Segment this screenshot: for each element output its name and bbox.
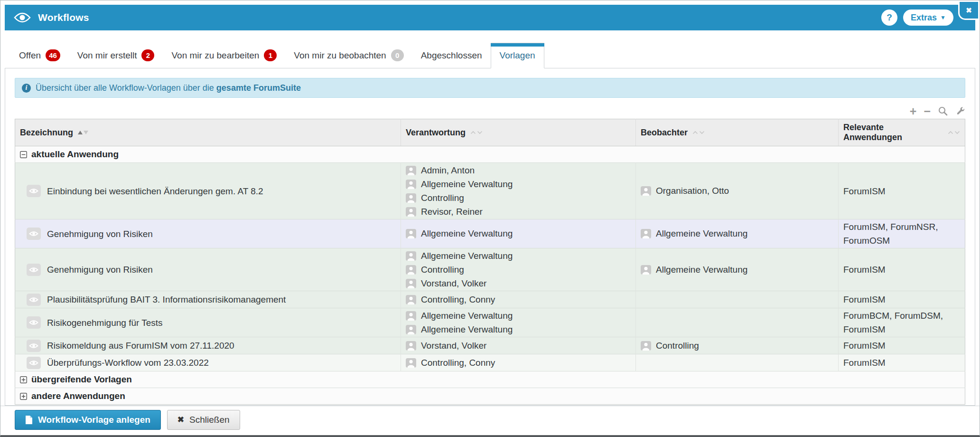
tab-vorlagen[interactable]: Vorlagen xyxy=(491,43,544,68)
tab-von-mir-erstellt[interactable]: Von mir erstellt 2 xyxy=(69,43,163,68)
table-row[interactable]: Risikomeldung aus ForumISM vom 27.11.202… xyxy=(15,337,965,354)
person-name: Allgemeine Verwaltung xyxy=(421,311,513,321)
person-name: Vorstand, Volker xyxy=(421,278,486,289)
relevant-apps-cell: ForumISM xyxy=(839,248,965,291)
tab-offen[interactable]: Offen 46 xyxy=(10,43,69,68)
column-label: Beobachter xyxy=(641,128,688,138)
responsible-cell: Controlling, Conny xyxy=(401,291,636,308)
person-entry: Controlling xyxy=(406,191,631,205)
column-header-beobachter[interactable]: Beobachter xyxy=(636,119,839,146)
person-entry: Revisor, Reiner xyxy=(406,205,631,218)
person-name: Allgemeine Verwaltung xyxy=(421,251,513,261)
collapse-icon[interactable] xyxy=(20,151,27,158)
settings-button[interactable] xyxy=(955,106,965,116)
template-name: Genehmigung von Risiken xyxy=(47,227,153,241)
table-row[interactable]: Genehmigung von RisikenAllgemeine Verwal… xyxy=(15,219,965,248)
person-icon xyxy=(406,207,416,217)
column-header-relevante-anwendungen[interactable]: Relevante Anwendungen xyxy=(839,119,965,146)
person-entry: Allgemeine Verwaltung xyxy=(406,323,631,336)
observers-cell: Allgemeine Verwaltung xyxy=(636,248,839,291)
person-icon xyxy=(406,295,416,304)
column-header-bezeichnung[interactable]: Bezeichnung xyxy=(15,119,401,146)
group-row-andere-anwendungen[interactable]: andere Anwendungen xyxy=(15,388,965,405)
wrench-icon xyxy=(955,106,965,116)
person-entry: Allgemeine Verwaltung xyxy=(406,309,631,323)
person-icon xyxy=(641,341,651,351)
relevant-apps: ForumISM xyxy=(843,358,886,368)
info-icon: i xyxy=(22,84,31,93)
person-entry: Allgemeine Verwaltung xyxy=(641,227,833,241)
relevant-apps: ForumISM xyxy=(843,265,886,275)
help-button[interactable]: ? xyxy=(881,10,897,26)
person-icon xyxy=(406,251,416,261)
person-icon xyxy=(641,229,651,238)
responsible-cell: Admin, AntonAllgemeine VerwaltungControl… xyxy=(401,163,636,219)
expand-icon[interactable] xyxy=(20,376,27,383)
tab-content-panel: i Übersicht über alle Workflow-Vorlagen … xyxy=(5,68,975,406)
person-icon xyxy=(406,279,416,288)
titlebar: Workflows ? Extras ▼ xyxy=(5,5,975,30)
close-button[interactable]: ✖ Schließen xyxy=(167,410,240,430)
sort-indicator-icon xyxy=(78,131,88,134)
responsible-cell: Allgemeine VerwaltungAllgemeine Verwaltu… xyxy=(401,308,636,337)
template-name: Risikogenehmigung für Tests xyxy=(47,316,163,330)
table-row[interactable]: Genehmigung von RisikenAllgemeine Verwal… xyxy=(15,248,965,291)
group-label: andere Anwendungen xyxy=(31,390,125,402)
observers-cell xyxy=(636,291,839,308)
workflow-templates-table: BezeichnungVerantwortungBeobachterReleva… xyxy=(15,119,965,405)
template-name: Genehmigung von Risiken xyxy=(47,263,153,276)
table-toolbar: + − xyxy=(15,105,965,117)
responsible-cell: Allgemeine Verwaltung xyxy=(401,219,636,248)
person-entry: Admin, Anton xyxy=(406,163,631,177)
tab-abgeschlossen[interactable]: Abgeschlossen xyxy=(412,43,491,68)
extras-button[interactable]: Extras ▼ xyxy=(903,10,953,26)
create-template-button[interactable]: Workflow-Vorlage anlegen xyxy=(15,410,161,430)
tab-label: Von mir zu beobachten xyxy=(294,50,386,61)
table-header-row: BezeichnungVerantwortungBeobachterReleva… xyxy=(15,119,965,146)
group-row-übergreifende-vorlagen[interactable]: übergreifende Vorlagen xyxy=(15,371,965,388)
tab-badge: 1 xyxy=(264,49,277,61)
table-row[interactable]: Risikogenehmigung für TestsAllgemeine Ve… xyxy=(15,308,965,337)
observers-cell: Controlling xyxy=(636,337,839,354)
person-name: Admin, Anton xyxy=(421,165,475,176)
person-name: Controlling xyxy=(421,193,464,203)
table-row[interactable]: Plausibilitätsprüfung BAIT 3. Informatio… xyxy=(15,291,965,308)
tab-von-mir-zu-beobachten[interactable]: Von mir zu beobachten 0 xyxy=(285,43,412,68)
group-label: aktuelle Anwendung xyxy=(31,149,119,160)
column-header-verantwortung[interactable]: Verantwortung xyxy=(401,119,636,146)
tab-von-mir-zu-bearbeiten[interactable]: Von mir zu bearbeiten 1 xyxy=(163,43,285,68)
expand-icon[interactable] xyxy=(20,393,27,400)
info-banner: i Übersicht über alle Workflow-Vorlagen … xyxy=(15,78,965,98)
person-entry: Vorstand, Volker xyxy=(406,276,631,290)
relevant-apps: ForumBCM, ForumDSM, ForumISM xyxy=(843,311,943,334)
person-entry: Vorstand, Volker xyxy=(406,339,631,352)
close-x-icon: ✖ xyxy=(177,415,184,425)
relevant-apps-cell: ForumISM, ForumNSR, ForumOSM xyxy=(839,219,965,248)
group-row-aktuelle-anwendung[interactable]: aktuelle Anwendung xyxy=(15,146,965,163)
expand-all-button[interactable]: + xyxy=(910,106,917,116)
tab-label: Offen xyxy=(19,50,41,61)
eye-icon xyxy=(27,316,41,329)
search-button[interactable] xyxy=(938,106,948,116)
observers-cell xyxy=(636,354,839,371)
tab-badge: 46 xyxy=(46,49,60,61)
person-icon xyxy=(406,341,416,351)
person-icon xyxy=(406,265,416,275)
collapse-all-button[interactable]: − xyxy=(924,106,931,116)
person-icon xyxy=(406,193,416,203)
page-title: Workflows xyxy=(38,12,89,23)
tab-label: Vorlagen xyxy=(500,50,535,61)
person-name: Revisor, Reiner xyxy=(421,207,483,217)
table-row[interactable]: Einbindung bei wesentlichen Änderungen g… xyxy=(15,163,965,219)
person-entry: Allgemeine Verwaltung xyxy=(641,263,833,276)
person-icon xyxy=(406,311,416,321)
window-close-button[interactable]: ✖ xyxy=(958,2,978,20)
table-row[interactable]: Überprüfungs-Workflow vom 23.03.2022Cont… xyxy=(15,354,965,371)
search-icon xyxy=(938,106,948,116)
person-icon xyxy=(406,180,416,189)
app-window: Workflows ? Extras ▼ ✖ Offen 46 Von mir … xyxy=(0,0,980,437)
create-template-label: Workflow-Vorlage anlegen xyxy=(38,415,150,425)
template-name: Überprüfungs-Workflow vom 23.03.2022 xyxy=(47,356,209,370)
template-name: Einbindung bei wesentlichen Änderungen g… xyxy=(47,184,263,198)
eye-icon xyxy=(27,357,41,369)
